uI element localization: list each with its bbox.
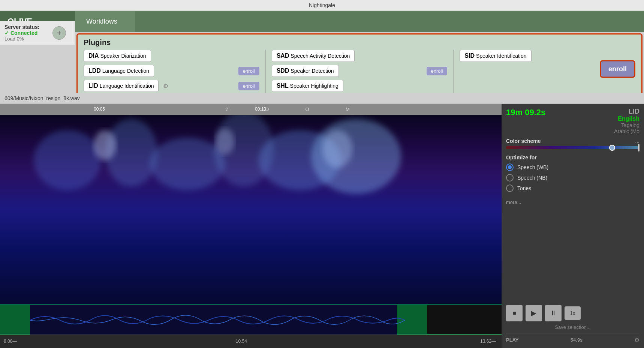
- plugins-title: Plugins: [84, 38, 635, 47]
- add-button[interactable]: +: [52, 26, 66, 40]
- enroll-highlighted-btn[interactable]: enroll: [600, 60, 635, 78]
- svg-rect-10: [397, 305, 427, 335]
- radio-circle-tones: [506, 184, 514, 192]
- play-footer-duration: 54.9s: [571, 337, 583, 343]
- radio-inner-wb: [508, 165, 512, 169]
- lid-english: English: [614, 116, 640, 122]
- radio-speech-wb[interactable]: Speech (WB): [506, 164, 640, 171]
- spacer: [506, 211, 640, 305]
- radio-label-tones: Tones: [517, 185, 531, 191]
- svg-rect-11: [30, 305, 397, 335]
- audio-panel: 00:05 Z O O M 00:10: [0, 103, 502, 348]
- radio-speech-nb[interactable]: Speech (NB): [506, 174, 640, 182]
- gear-icon[interactable]: ⚙: [163, 82, 168, 90]
- waveform-container: [0, 304, 502, 334]
- optimize-label: Optimize for: [506, 154, 640, 160]
- plugin-btn-sid[interactable]: SID Speaker Identification: [460, 50, 531, 62]
- app-title: Nightingale: [309, 2, 335, 8]
- right-top-row: 19m 09.2s LID English Tagalog Arabic (Mo: [506, 108, 640, 134]
- spectrogram: [0, 115, 502, 304]
- color-scheme-header: Color scheme ...: [506, 138, 640, 144]
- radio-circle-nb: [506, 174, 514, 182]
- main-content: 00:05 Z O O M 00:10: [0, 103, 644, 348]
- plugin-item-shl: SHL Speaker Highlighting: [272, 80, 448, 92]
- lid-title: LID: [614, 108, 640, 116]
- time-marker-5: 00:05: [94, 106, 105, 112]
- plugin-column-2: SAD Speech Activity Detection SDD Speake…: [272, 50, 448, 92]
- timeline-end: 13.62—: [480, 339, 496, 344]
- svg-point-7: [216, 128, 234, 154]
- more-link[interactable]: more...: [506, 200, 640, 205]
- radio-label-wb: Speech (WB): [517, 164, 548, 170]
- plugin-item-sad: SAD Speech Activity Detection: [272, 50, 448, 62]
- timeline-bar: 8.08— 10.54 13.62—: [0, 334, 502, 348]
- file-path-bar: 609/Music/Nixon_resign_8k.wav: [0, 93, 644, 104]
- lid-tagalog: Tagalog: [614, 122, 640, 128]
- color-scheme-section: Color scheme ...: [506, 138, 640, 149]
- enroll-btn-lid[interactable]: enroll: [238, 82, 259, 90]
- plugin-item-sdd: SDD Speaker Detection enroll: [272, 65, 448, 77]
- play-footer: PLAY 54.9s ⚙: [506, 333, 640, 344]
- title-bar: Nightingale: [0, 0, 644, 11]
- plugin-item-ldd: LDD Language Detection enroll: [84, 65, 259, 77]
- top-nav: OLIVE Workflows Plugins DIA Speaker Diar…: [0, 11, 644, 32]
- nav-workflows[interactable]: Workflows: [75, 11, 135, 32]
- plugin-btn-ldd[interactable]: LDD Language Detection: [84, 65, 154, 77]
- enroll-btn-sdd[interactable]: enroll: [427, 67, 448, 75]
- radio-circle-wb: [506, 164, 514, 171]
- radio-tones[interactable]: Tones: [506, 184, 640, 192]
- time-marker-10: 00:10: [255, 106, 266, 112]
- radio-label-nb: Speech (NB): [517, 175, 547, 181]
- color-slider-end: [638, 144, 640, 152]
- plugin-btn-dia[interactable]: DIA Speaker Diarization: [84, 50, 151, 62]
- playback-controls: ■ ▶ ⏸ 1x: [506, 305, 640, 321]
- speed-button[interactable]: 1x: [565, 306, 581, 320]
- plugin-column-1: DIA Speaker Diarization LDD Language Det…: [84, 50, 259, 92]
- svg-point-6: [94, 130, 116, 160]
- timeline-mid: 10.54: [236, 339, 247, 344]
- right-panel: 19m 09.2s LID English Tagalog Arabic (Mo…: [502, 103, 644, 348]
- play-footer-label: PLAY: [506, 337, 518, 343]
- timeline-start: 8.08—: [4, 339, 17, 344]
- plugin-item-dia: DIA Speaker Diarization: [84, 50, 259, 62]
- file-path: 609/Music/Nixon_resign_8k.wav: [4, 95, 80, 101]
- svg-point-0: [34, 130, 101, 190]
- plugin-btn-sad[interactable]: SAD Speech Activity Detection: [272, 50, 355, 62]
- play-button[interactable]: ▶: [526, 305, 542, 321]
- lid-info: LID English Tagalog Arabic (Mo: [614, 108, 640, 134]
- optimize-section: Optimize for Speech (WB) Speech (NB) Ton…: [506, 154, 640, 195]
- enroll-btn-ldd[interactable]: enroll: [238, 67, 259, 75]
- zoom-controls[interactable]: Z O O M: [226, 106, 361, 112]
- svg-point-8: [322, 130, 352, 168]
- svg-rect-9: [0, 305, 30, 335]
- waveform-svg: [0, 305, 502, 335]
- plugin-btn-lid[interactable]: LID Language Identification: [84, 80, 159, 92]
- color-slider-track[interactable]: [506, 146, 640, 149]
- settings-icon[interactable]: ⚙: [634, 336, 640, 344]
- color-slider-thumb[interactable]: [609, 145, 615, 151]
- stop-button[interactable]: ■: [506, 305, 523, 321]
- time-ruler: 00:05 Z O O M 00:10: [0, 103, 502, 115]
- lid-arabic: Arabic (Mo: [614, 128, 640, 134]
- svg-point-2: [150, 138, 225, 190]
- plugin-btn-sdd[interactable]: SDD Speaker Detection: [272, 65, 339, 77]
- duration-display: 19m 09.2s: [506, 108, 545, 117]
- spectrogram-svg: [0, 115, 502, 304]
- plugin-btn-shl[interactable]: SHL Speaker Highlighting: [272, 80, 343, 92]
- color-scheme-label: Color scheme: [506, 138, 541, 144]
- plugin-item-lid: LID Language Identification ⚙ enroll: [84, 80, 259, 92]
- pause-button[interactable]: ⏸: [545, 305, 562, 321]
- color-scheme-more-btn[interactable]: ...: [635, 138, 640, 144]
- save-selection[interactable]: Save selection...: [506, 324, 640, 330]
